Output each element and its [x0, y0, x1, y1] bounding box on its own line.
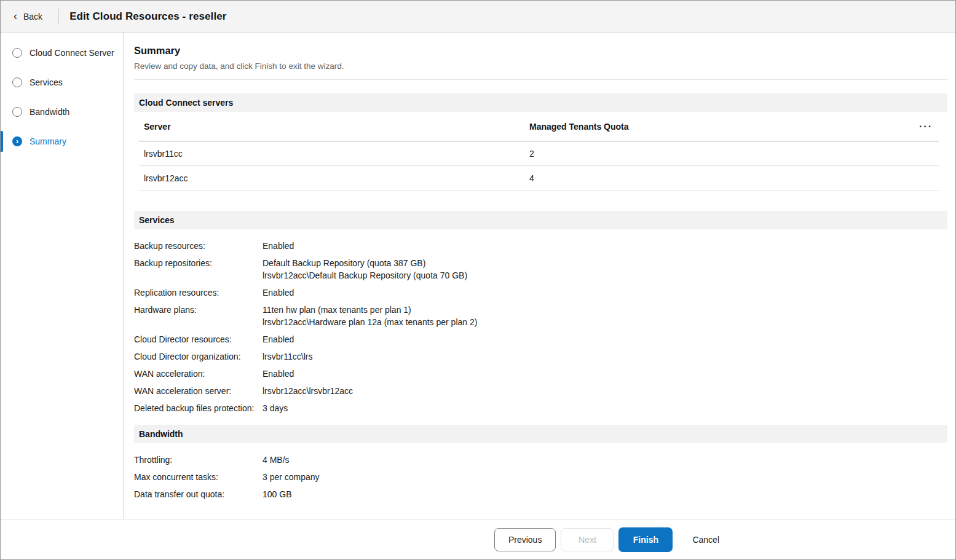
field-label: Deleted backup files protection: [134, 402, 263, 414]
summary-field-row: Max concurrent tasks:3 per company [134, 471, 947, 483]
field-value: Enabled [263, 240, 294, 252]
step-circle-icon [12, 48, 22, 58]
field-label: WAN acceleration: [134, 368, 263, 380]
page-subtitle: Review and copy data, and click Finish t… [134, 61, 947, 71]
field-value-line: lrsvbr12acc\Hardware plan 12a (max tenan… [263, 316, 477, 328]
servers-table-body: lrsvbr11cc2lrsvbr12acc4 [139, 141, 939, 191]
field-value: lrsvbr12acc\lrsvbr12acc [263, 385, 353, 397]
summary-field-row: Hardware plans:11ten hw plan (max tenant… [134, 304, 947, 328]
servers-table-header: Server Managed Tenants Quota ··· [139, 112, 939, 141]
field-label: Throttling: [134, 454, 263, 466]
section-header-bandwidth: Bandwidth [134, 425, 947, 443]
section-header-cloud-connect-servers: Cloud Connect servers [134, 93, 947, 112]
field-value-line: lrsvbr12acc\lrsvbr12acc [263, 385, 353, 397]
summary-content: Cloud Connect servers Server Managed Ten… [124, 80, 955, 519]
summary-field-row: Throttling:4 MB/s [134, 454, 947, 466]
section-title: Bandwidth [139, 429, 183, 439]
field-value-line: 100 GB [263, 488, 291, 500]
ellipsis-menu-icon[interactable]: ··· [918, 119, 934, 134]
field-value-line: 4 MB/s [263, 454, 290, 466]
field-value-line: Enabled [263, 333, 294, 345]
services-summary-list: Backup resources:EnabledBackup repositor… [134, 229, 947, 414]
summary-field-row: WAN acceleration server:lrsvbr12acc\lrsv… [134, 385, 947, 397]
field-value-line: Default Backup Repository (quota 387 GB) [263, 257, 467, 269]
section-title: Cloud Connect servers [139, 98, 233, 108]
field-label: Backup repositories: [134, 257, 263, 282]
field-value: 3 days [263, 402, 288, 414]
field-value: Enabled [263, 286, 294, 299]
next-button[interactable]: Next [561, 528, 614, 551]
previous-button[interactable]: Previous [494, 528, 556, 551]
finish-button[interactable]: Finish [618, 527, 673, 552]
wizard-steps-sidebar: Cloud Connect Server Services Bandwidth … [1, 33, 124, 519]
server-name-cell: lrsvbr11cc [139, 149, 529, 159]
field-value: lrsvbr11cc\lrs [263, 350, 312, 363]
step-circle-icon [12, 77, 22, 87]
main-panel: Summary Review and copy data, and click … [124, 33, 955, 519]
field-label: Cloud Director organization: [134, 350, 263, 363]
field-value: 11ten hw plan (max tenants per plan 1)lr… [263, 304, 477, 328]
column-header-server: Server [139, 122, 529, 132]
chevron-left-icon: ‹ [14, 10, 17, 22]
server-name-cell: lrsvbr12acc [139, 173, 529, 183]
managed-tenants-quota-cell: 4 [529, 173, 939, 183]
sidebar-item-label: Bandwidth [30, 107, 69, 117]
sidebar-item-label: Cloud Connect Server [30, 48, 114, 58]
section-header-services: Services [134, 211, 947, 229]
field-label: Backup resources: [134, 240, 263, 252]
field-label: WAN acceleration server: [134, 385, 263, 397]
field-value-line: Enabled [263, 368, 294, 380]
managed-tenants-quota-cell: 2 [529, 149, 939, 159]
table-row: lrsvbr12acc4 [139, 166, 939, 191]
field-label: Max concurrent tasks: [134, 471, 263, 483]
summary-field-row: Backup resources:Enabled [134, 240, 947, 252]
field-value-line: Enabled [263, 240, 294, 252]
field-value-line: Enabled [263, 286, 294, 299]
sidebar-item-bandwidth[interactable]: Bandwidth [1, 97, 123, 127]
field-label: Hardware plans: [134, 304, 263, 328]
summary-field-row: Cloud Director organization:lrsvbr11cc\l… [134, 350, 947, 363]
column-header-managed-tenants-quota: Managed Tenants Quota [529, 122, 939, 132]
field-label: Data transfer out quota: [134, 488, 263, 500]
window-title: Edit Cloud Resources - reseller [69, 10, 226, 23]
field-label: Cloud Director resources: [134, 333, 263, 345]
footer-button-group: Previous Next Finish Cancel [494, 527, 719, 552]
field-value-line: 3 days [263, 402, 288, 414]
page-title: Summary [134, 45, 947, 57]
summary-field-row: Replication resources:Enabled [134, 286, 947, 299]
step-circle-icon [12, 107, 22, 117]
page-header: Summary Review and copy data, and click … [124, 33, 955, 80]
active-step-indicator [1, 131, 3, 152]
sidebar-item-cloud-connect-server[interactable]: Cloud Connect Server [1, 38, 123, 68]
summary-field-row: Backup repositories:Default Backup Repos… [134, 257, 947, 282]
section-title: Services [139, 215, 175, 225]
topbar-divider [58, 9, 59, 25]
field-value: 100 GB [263, 488, 291, 500]
bandwidth-summary-list: Throttling:4 MB/sMax concurrent tasks:3 … [134, 443, 947, 500]
field-value-line: 3 per company [263, 471, 320, 483]
sidebar-item-summary[interactable]: › Summary [1, 127, 123, 156]
top-bar: ‹ Back Edit Cloud Resources - reseller [1, 1, 955, 33]
sidebar-item-services[interactable]: Services [1, 68, 123, 97]
field-value: Enabled [263, 333, 294, 345]
field-value: 4 MB/s [263, 454, 290, 466]
field-value: 3 per company [263, 471, 320, 483]
field-value-line: lrsvbr11cc\lrs [263, 350, 312, 363]
summary-field-row: Cloud Director resources:Enabled [134, 333, 947, 345]
field-value-line: lrsvbr12acc\Default Backup Repository (q… [263, 269, 467, 282]
field-label: Replication resources: [134, 286, 263, 299]
wizard-footer: Previous Next Finish Cancel [1, 519, 955, 559]
wizard-window: ‹ Back Edit Cloud Resources - reseller C… [0, 0, 956, 560]
chevron-right-circle-icon: › [12, 136, 22, 146]
summary-field-row: Data transfer out quota:100 GB [134, 488, 947, 500]
back-button[interactable]: ‹ Back [1, 1, 58, 32]
cancel-button[interactable]: Cancel [692, 528, 719, 551]
servers-table: Server Managed Tenants Quota ··· lrsvbr1… [139, 112, 939, 191]
field-value: Default Backup Repository (quota 387 GB)… [263, 257, 467, 282]
table-row: lrsvbr11cc2 [139, 141, 939, 166]
sidebar-item-label: Services [30, 77, 63, 87]
summary-field-row: Deleted backup files protection:3 days [134, 402, 947, 414]
back-button-label: Back [23, 12, 42, 22]
summary-field-row: WAN acceleration:Enabled [134, 368, 947, 380]
field-value-line: 11ten hw plan (max tenants per plan 1) [263, 304, 477, 316]
